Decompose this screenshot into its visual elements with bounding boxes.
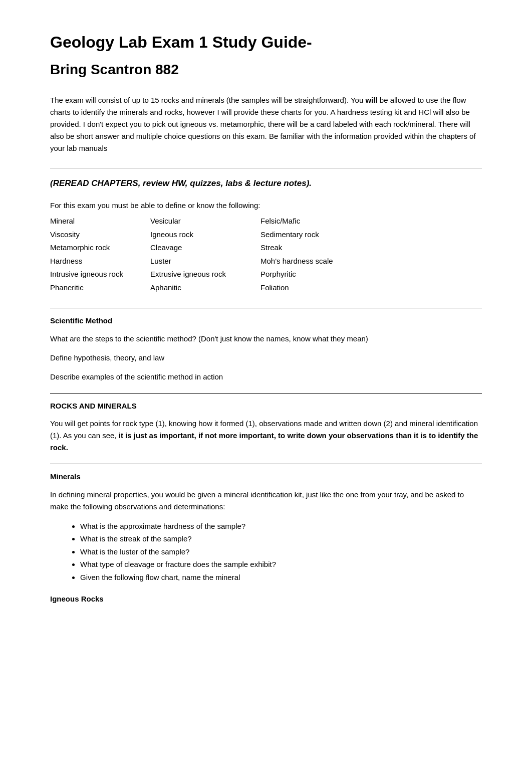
- term-intrusive-igneous: Intrusive igneous rock: [50, 268, 150, 281]
- term-vesicular: Vesicular: [150, 215, 260, 228]
- term-luster: Luster: [150, 255, 260, 268]
- minerals-divider: [50, 464, 482, 464]
- scientific-method-text2: Define hypothesis, theory, and law: [50, 352, 482, 364]
- term-streak: Streak: [260, 242, 371, 254]
- rocks-minerals-text1: You will get points for rock type (1), k…: [50, 418, 482, 454]
- bullet-hardness: What is the approximate hardness of the …: [80, 520, 482, 533]
- bullet-luster: What is the luster of the sample?: [80, 545, 482, 558]
- rocks-minerals-bold: it is just as important, if not more imp…: [50, 431, 478, 452]
- term-metamorphic-rock: Metamorphic rock: [50, 242, 150, 254]
- term-cleavage: Cleavage: [150, 242, 260, 254]
- intro-bold: will: [365, 96, 377, 104]
- scientific-method-heading: Scientific Method: [50, 315, 482, 327]
- terms-grid: Mineral Vesicular Felsic/Mafic Viscosity…: [50, 215, 482, 294]
- igneous-rocks-heading: Igneous Rocks: [50, 594, 482, 605]
- minerals-bullet-list: What is the approximate hardness of the …: [50, 520, 482, 584]
- intro-text: The exam will consist of up to 15 rocks …: [50, 94, 482, 154]
- term-hardness: Hardness: [50, 255, 150, 268]
- term-foliation: Foliation: [260, 282, 371, 294]
- bullet-cleavage-fracture: What type of cleavage or fracture does t…: [80, 558, 482, 571]
- scientific-method-divider: [50, 308, 482, 308]
- scientific-method-text1: What are the steps to the scientific met…: [50, 333, 482, 345]
- define-text: For this exam you must be able to define…: [50, 200, 482, 212]
- bullet-streak: What is the streak of the sample?: [80, 532, 482, 545]
- rocks-minerals-heading: ROCKS AND MINERALS: [50, 401, 482, 412]
- term-phaneritic: Phaneritic: [50, 282, 150, 294]
- bullet-flow-chart: Given the following flow chart, name the…: [80, 571, 482, 584]
- page: Geology Lab Exam 1 Study Guide- Bring Sc…: [0, 0, 532, 780]
- sub-title: Bring Scantron 882: [50, 59, 482, 80]
- term-mohs-hardness: Moh's hardness scale: [260, 255, 371, 268]
- term-igneous-rock: Igneous rock: [150, 229, 260, 241]
- term-porphyritic: Porphyritic: [260, 268, 371, 281]
- minerals-heading: Minerals: [50, 471, 482, 483]
- term-felsic-mafic: Felsic/Mafic: [260, 215, 371, 228]
- term-extrusive-igneous: Extrusive igneous rock: [150, 268, 260, 281]
- rocks-minerals-divider: [50, 393, 482, 394]
- minerals-text1: In defining mineral properties, you woul…: [50, 489, 482, 513]
- scientific-method-text3: Describe examples of the scientific meth…: [50, 371, 482, 383]
- reread-heading: (REREAD CHAPTERS, review HW, quizzes, la…: [50, 168, 482, 190]
- term-sedimentary-rock: Sedimentary rock: [260, 229, 371, 241]
- term-mineral: Mineral: [50, 215, 150, 228]
- term-viscosity: Viscosity: [50, 229, 150, 241]
- term-aphanitic: Aphanitic: [150, 282, 260, 294]
- main-title: Geology Lab Exam 1 Study Guide-: [50, 30, 482, 54]
